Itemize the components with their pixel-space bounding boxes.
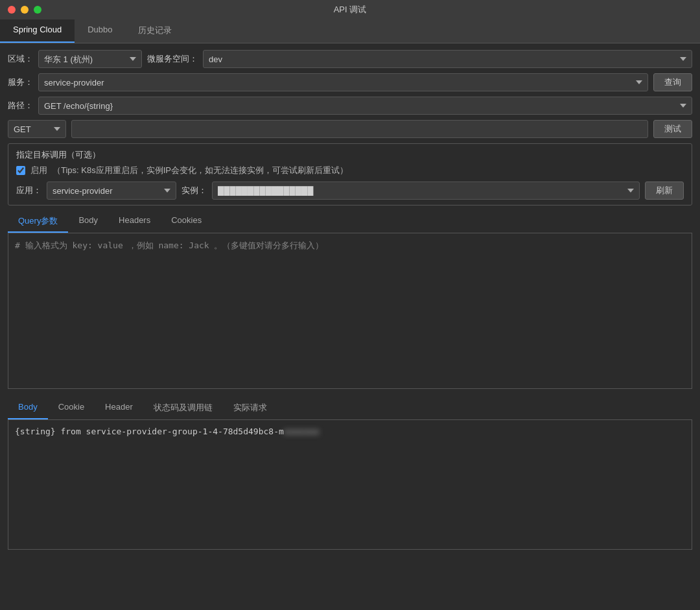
apply-label: 应用： — [16, 185, 41, 196]
close-button[interactable] — [8, 6, 16, 14]
region-select[interactable]: 华东 1 (杭州) 华北 1 华南 1 — [38, 50, 142, 68]
test-button[interactable]: 测试 — [653, 120, 692, 138]
tab-response-status[interactable]: 状态码及调用链 — [143, 397, 223, 419]
tab-cookies[interactable]: Cookies — [161, 211, 212, 233]
titlebar: API 调试 — [0, 0, 700, 19]
region-label: 区域： — [8, 53, 33, 65]
maximize-button[interactable] — [34, 6, 41, 14]
service-row: 服务： service-provider 查询 — [8, 73, 692, 91]
method-url-row: GET POST PUT DELETE 测试 — [8, 120, 692, 138]
tab-headers[interactable]: Headers — [108, 211, 161, 233]
app-select[interactable]: service-provider — [47, 182, 176, 200]
service-select[interactable]: service-provider — [38, 73, 648, 91]
window-controls — [8, 6, 41, 14]
enable-tip: （Tips: K8s应用重启后，实例IP会变化，如无法连接实例，可尝试刷新后重试… — [52, 165, 348, 176]
response-body: {string} from service-provider-group-1-4… — [8, 420, 692, 550]
response-tab-bar: Body Cookie Header 状态码及调用链 实际请求 — [8, 397, 692, 420]
method-select[interactable]: GET POST PUT DELETE — [8, 120, 66, 138]
tab-dubbo[interactable]: Dubbo — [75, 19, 125, 43]
response-text-prefix: {string} from service-provider-group-1-4… — [15, 427, 284, 436]
query-editor[interactable]: # 输入格式为 key: value ，例如 name: Jack 。（多键值对… — [8, 233, 692, 389]
region-namespace-row: 区域： 华东 1 (杭州) 华北 1 华南 1 微服务空间： dev test … — [8, 50, 692, 68]
target-section: 指定目标调用（可选） 启用 （Tips: K8s应用重启后，实例IP会变化，如无… — [8, 143, 692, 205]
path-label: 路径： — [8, 100, 33, 111]
enable-row: 启用 （Tips: K8s应用重启后，实例IP会变化，如无法连接实例，可尝试刷新… — [16, 165, 684, 176]
tab-body[interactable]: Body — [68, 211, 108, 233]
path-row: 路径： GET /echo/{string} — [8, 97, 692, 115]
main-content: 区域： 华东 1 (杭州) 华北 1 华南 1 微服务空间： dev test … — [0, 43, 700, 556]
query-tab-bar: Query参数 Body Headers Cookies — [8, 211, 692, 233]
response-section: Body Cookie Header 状态码及调用链 实际请求 {string}… — [8, 397, 692, 550]
tab-response-body[interactable]: Body — [8, 397, 48, 419]
main-tab-bar: Spring Cloud Dubbo 历史记录 — [0, 19, 700, 43]
service-label: 服务： — [8, 76, 33, 88]
response-text-blurred: xxxxxxx — [284, 427, 320, 436]
apply-instance-row: 应用： service-provider 实例： ███████████████… — [16, 182, 684, 200]
namespace-select[interactable]: dev test prod — [203, 50, 692, 68]
path-select[interactable]: GET /echo/{string} — [38, 97, 692, 115]
tab-history[interactable]: 历史记录 — [125, 19, 185, 43]
instance-select[interactable]: ████████████████ — [212, 182, 640, 200]
tab-query-params[interactable]: Query参数 — [8, 211, 68, 233]
refresh-button[interactable]: 刷新 — [645, 182, 684, 200]
query-button[interactable]: 查询 — [653, 73, 692, 91]
enable-checkbox[interactable] — [16, 166, 25, 175]
target-title: 指定目标调用（可选） — [16, 149, 684, 161]
tab-spring-cloud[interactable]: Spring Cloud — [0, 19, 75, 43]
url-input[interactable] — [71, 120, 648, 138]
tab-response-request[interactable]: 实际请求 — [223, 397, 277, 419]
tab-response-cookie[interactable]: Cookie — [48, 397, 95, 419]
tab-response-header[interactable]: Header — [95, 397, 143, 419]
enable-label: 启用 — [30, 165, 47, 176]
window-title: API 调试 — [334, 4, 367, 16]
minimize-button[interactable] — [21, 6, 29, 14]
namespace-label: 微服务空间： — [147, 53, 198, 65]
instance-label: 实例： — [181, 185, 207, 196]
